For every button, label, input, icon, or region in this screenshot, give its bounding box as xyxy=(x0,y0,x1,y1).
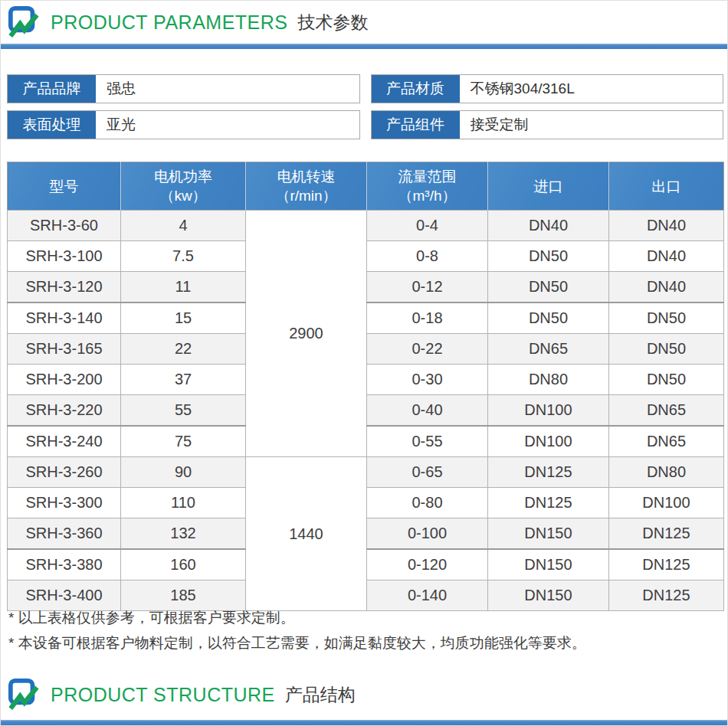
outlet-cell: DN50 xyxy=(609,365,724,395)
inlet-cell: DN80 xyxy=(488,365,609,395)
info-box-finish: 表面处理 亚光 xyxy=(7,110,360,139)
info-box-material: 产品材质 不锈钢304/316L xyxy=(371,74,724,103)
col-header-speed: 电机转速（r/min） xyxy=(246,162,367,211)
outlet-cell: DN65 xyxy=(609,426,724,457)
speed-merged-cell: 1440 xyxy=(246,457,367,611)
parameters-table: 型号 电机功率（kw） 电机转速（r/min） 流量范围（m³/h） 进口 出口… xyxy=(7,162,724,611)
flow-cell: 0-65 xyxy=(367,457,488,488)
flow-cell: 0-18 xyxy=(367,302,488,334)
model-cell: SRH-3-380 xyxy=(8,549,121,580)
outlet-cell: DN40 xyxy=(609,241,724,272)
power-cell: 75 xyxy=(121,426,246,457)
flow-cell: 0-30 xyxy=(367,365,488,395)
model-cell: SRH-3-140 xyxy=(8,302,121,334)
model-cell: SRH-3-240 xyxy=(8,426,121,457)
brand-logo-icon xyxy=(8,678,40,711)
flow-cell: 0-8 xyxy=(367,241,488,272)
flow-cell: 0-80 xyxy=(367,488,488,518)
section-title-en: PRODUCT PARAMETERS xyxy=(51,11,288,34)
power-cell: 4 xyxy=(121,211,246,241)
info-value: 亚光 xyxy=(96,111,359,139)
outlet-cell: DN125 xyxy=(609,549,724,580)
outlet-cell: DN125 xyxy=(609,518,724,550)
speed-merged-cell: 2900 xyxy=(246,211,367,457)
col-header-model: 型号 xyxy=(8,162,121,211)
inlet-cell: DN150 xyxy=(488,518,609,550)
power-cell: 160 xyxy=(121,549,246,580)
power-cell: 15 xyxy=(121,302,246,334)
inlet-cell: DN50 xyxy=(488,302,609,334)
section-title-en: PRODUCT STRUCTURE xyxy=(51,684,275,706)
outlet-cell: DN65 xyxy=(609,395,724,427)
inlet-cell: DN100 xyxy=(488,395,609,427)
info-value: 强忠 xyxy=(96,75,359,103)
info-label: 产品组件 xyxy=(372,111,460,139)
outlet-cell: DN80 xyxy=(609,457,724,488)
inlet-cell: DN150 xyxy=(488,549,609,580)
model-cell: SRH-3-100 xyxy=(8,241,121,272)
outlet-cell: DN50 xyxy=(609,334,724,365)
footnote: * 本设备可根据客户物料定制，以符合工艺需要，如满足黏度较大，均质功能强化等要求… xyxy=(8,630,721,656)
col-header-outlet: 出口 xyxy=(609,162,724,211)
model-cell: SRH-3-120 xyxy=(8,272,121,303)
info-value: 不锈钢304/316L xyxy=(460,75,723,103)
flow-cell: 0-40 xyxy=(367,395,488,427)
outlet-cell: DN40 xyxy=(609,211,724,241)
model-cell: SRH-3-220 xyxy=(8,395,121,427)
col-header-flow: 流量范围（m³/h） xyxy=(367,162,488,211)
model-cell: SRH-3-165 xyxy=(8,334,121,365)
product-parameters-page: PRODUCT PARAMETERS 技术参数 产品品牌 强忠 产品材质 不锈钢… xyxy=(0,0,728,726)
section-title-zh: 产品结构 xyxy=(285,683,356,707)
footnotes: * 以上表格仅供参考，可根据客户要求定制。 * 本设备可根据客户物料定制，以符合… xyxy=(8,605,721,656)
flow-cell: 0-100 xyxy=(367,518,488,550)
footnote: * 以上表格仅供参考，可根据客户要求定制。 xyxy=(8,605,721,630)
outlet-cell: DN40 xyxy=(609,272,724,303)
power-cell: 22 xyxy=(121,334,246,365)
divider-bar-bottom xyxy=(1,720,728,725)
table-body: SRH-3-60 4 2900 0-4 DN40 DN40 SRH-3-100 … xyxy=(8,211,724,611)
flow-cell: 0-22 xyxy=(367,334,488,365)
power-cell: 90 xyxy=(121,457,246,488)
flow-cell: 0-55 xyxy=(367,426,488,457)
table-row: SRH-3-260 90 1440 0-65 DN125 DN80 xyxy=(8,457,724,488)
inlet-cell: DN50 xyxy=(488,272,609,303)
table-header-row: 型号 电机功率（kw） 电机转速（r/min） 流量范围（m³/h） 进口 出口 xyxy=(8,162,724,211)
section-header-parameters: PRODUCT PARAMETERS 技术参数 xyxy=(8,5,369,39)
model-cell: SRH-3-360 xyxy=(8,518,121,550)
info-label: 产品品牌 xyxy=(8,75,96,103)
col-header-inlet: 进口 xyxy=(488,162,609,211)
model-cell: SRH-3-300 xyxy=(8,488,121,518)
col-header-power: 电机功率（kw） xyxy=(121,162,246,211)
power-cell: 7.5 xyxy=(121,241,246,272)
inlet-cell: DN65 xyxy=(488,334,609,365)
power-cell: 110 xyxy=(121,488,246,518)
info-label: 产品材质 xyxy=(372,75,460,103)
section-title-zh: 技术参数 xyxy=(298,11,369,34)
section-header-structure: PRODUCT STRUCTURE 产品结构 xyxy=(8,678,356,711)
flow-cell: 0-12 xyxy=(367,272,488,303)
inlet-cell: DN125 xyxy=(488,457,609,488)
info-value: 接受定制 xyxy=(460,111,723,139)
model-cell: SRH-3-260 xyxy=(8,457,121,488)
flow-cell: 0-120 xyxy=(367,549,488,580)
power-cell: 37 xyxy=(121,365,246,395)
table-row: SRH-3-60 4 2900 0-4 DN40 DN40 xyxy=(8,211,724,241)
info-label: 表面处理 xyxy=(8,111,96,139)
divider-bar-top xyxy=(1,44,728,49)
model-cell: SRH-3-200 xyxy=(8,365,121,395)
product-info-grid: 产品品牌 强忠 产品材质 不锈钢304/316L 表面处理 亚光 产品组件 接受… xyxy=(7,74,723,139)
inlet-cell: DN100 xyxy=(488,426,609,457)
outlet-cell: DN50 xyxy=(609,302,724,334)
info-box-components: 产品组件 接受定制 xyxy=(371,110,724,139)
flow-cell: 0-4 xyxy=(367,211,488,241)
inlet-cell: DN50 xyxy=(488,241,609,272)
power-cell: 132 xyxy=(121,518,246,550)
outlet-cell: DN100 xyxy=(609,488,724,518)
power-cell: 55 xyxy=(121,395,246,427)
table-header: 型号 电机功率（kw） 电机转速（r/min） 流量范围（m³/h） 进口 出口 xyxy=(8,162,724,211)
power-cell: 11 xyxy=(121,272,246,303)
model-cell: SRH-3-60 xyxy=(8,211,121,241)
inlet-cell: DN125 xyxy=(488,488,609,518)
inlet-cell: DN40 xyxy=(488,211,609,241)
brand-logo-icon xyxy=(8,5,40,39)
